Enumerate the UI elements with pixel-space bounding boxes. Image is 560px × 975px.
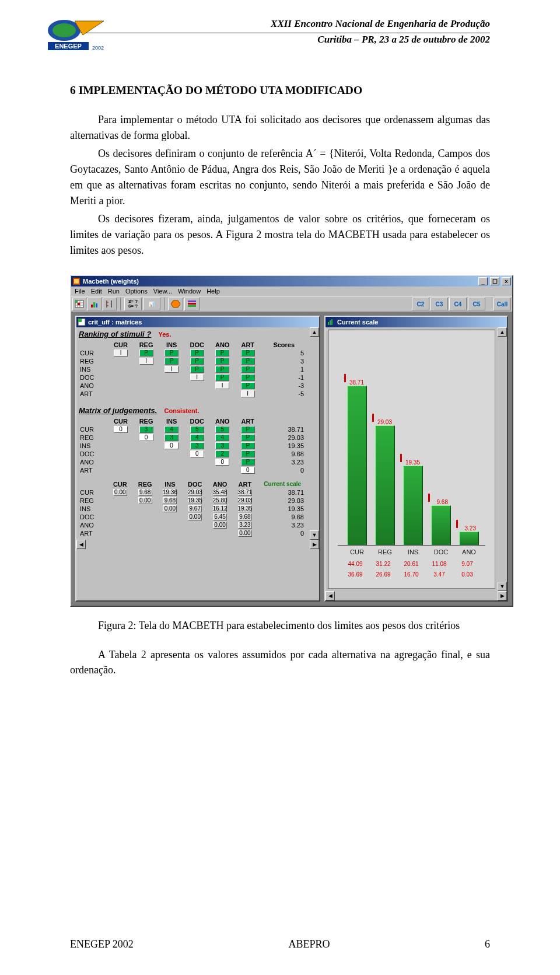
chart-bar-label: 38.71	[349, 379, 364, 386]
scroll-down-icon[interactable]: ▼	[310, 530, 319, 540]
toolbar-scale-icon[interactable]	[103, 298, 117, 310]
toolbar-hints-icon[interactable]: 📊	[143, 298, 160, 310]
scale-window: Current scale 38.71CUR29.03REG19.35INS9.…	[324, 316, 508, 602]
svg-rect-15	[93, 302, 95, 307]
svg-text:2002: 2002	[92, 45, 104, 51]
maximize-button[interactable]: ☐	[490, 277, 499, 285]
child-icon	[78, 318, 86, 326]
svg-rect-29	[331, 319, 332, 325]
chart-bar: 9.68	[431, 505, 451, 545]
child-icon-2	[327, 318, 335, 326]
chart-upper-values: 44.0931.2220.6111.089.07	[341, 561, 491, 567]
dim-c3-button[interactable]: C3	[430, 298, 448, 310]
chart-x-label: CUR	[345, 548, 369, 555]
consistent-label: Consistent.	[164, 407, 200, 414]
menubar: File Edit Run Options View... Window Hel…	[71, 286, 512, 296]
svg-rect-16	[96, 303, 97, 307]
chart-bar-label: 3.23	[465, 525, 476, 532]
chart-bar: 29.03	[375, 425, 395, 545]
matrices-scrollbar-v[interactable]: ▲ ▼	[310, 327, 319, 540]
macbeth-window: Macbeth (weights) _ ☐ × File Edit Run Op…	[70, 275, 513, 607]
scale-scrollbar-h[interactable]: ◀ ▶	[326, 591, 507, 600]
ranking-label: Ranking of stimuli ?	[79, 330, 151, 338]
menu-options[interactable]: Options	[125, 288, 148, 295]
chart-bar-label: 19.35	[405, 459, 420, 466]
dim-c4-button[interactable]: C4	[449, 298, 467, 310]
matrices-titlebar[interactable]: crit_uff : matrices	[76, 317, 319, 327]
header-line-1: XXII Encontro Nacional de Engenharia de …	[70, 18, 490, 30]
svg-rect-24	[188, 305, 196, 307]
menu-edit[interactable]: Edit	[91, 288, 102, 295]
svg-rect-13	[78, 303, 80, 305]
chart-bar-label: 9.68	[437, 499, 448, 505]
menu-window[interactable]: Window	[178, 288, 201, 295]
toolbar-chart-icon[interactable]	[88, 298, 102, 310]
chart-x-label: REG	[373, 548, 397, 555]
chart-lower-values: 36.6926.6916.703.470.03	[341, 571, 491, 578]
matrices-window: crit_uff : matrices Ranking of stimuli ?…	[75, 316, 320, 602]
scale-title: Current scale	[337, 319, 506, 326]
svg-rect-23	[188, 303, 196, 305]
toolbar-categories-icon[interactable]	[184, 298, 200, 310]
scroll-up-icon[interactable]: ▲	[310, 327, 319, 337]
matrices-scrollbar-h[interactable]: ◀ ▶	[76, 540, 319, 549]
toolbar-matrix-icon[interactable]	[72, 298, 86, 310]
app-icon	[72, 277, 80, 285]
dim-call-button[interactable]: Call	[494, 298, 511, 310]
ranking-answer: Yes.	[158, 331, 171, 338]
paragraph-2: Os decisores definiram o conjunto de ref…	[70, 146, 490, 209]
footer-center: ABEPRO	[288, 938, 330, 950]
menu-run[interactable]: Run	[108, 288, 120, 295]
cumulative-matrix: CUR REG INS DOC ANO ART Current scale CU…	[79, 480, 307, 537]
svg-rect-14	[91, 305, 93, 307]
matrix-label: Matrix of judgements.	[79, 406, 157, 415]
dim-c2-button[interactable]: C2	[412, 298, 429, 310]
menu-help[interactable]: Help	[206, 288, 220, 295]
scale-scroll-up-icon[interactable]: ▲	[498, 327, 507, 337]
menu-view[interactable]: View...	[153, 288, 172, 295]
scale-scroll-right-icon[interactable]: ▶	[498, 591, 507, 600]
svg-rect-12	[75, 300, 78, 303]
header-line-2: Curitiba – PR, 23 a 25 de outubro de 200…	[70, 33, 490, 46]
toolbar-hex-icon[interactable]	[168, 298, 183, 310]
window-title: Macbeth (weights)	[83, 278, 476, 285]
scroll-right-icon[interactable]: ▶	[310, 540, 319, 549]
svg-text:ENEGEP: ENEGEP	[55, 43, 82, 50]
scroll-left-icon[interactable]: ◀	[76, 540, 86, 549]
matrices-title: crit_uff : matrices	[88, 319, 318, 326]
close-button[interactable]: ×	[502, 277, 511, 285]
chart-bar: 19.35	[403, 466, 423, 545]
section-heading: 6 IMPLEMENTAÇÃO DO MÉTODO UTA MODIFICADO	[70, 84, 490, 97]
judgement-matrix: CUR REG INS DOC ANO ART CUR03455P38.71 R…	[79, 417, 307, 474]
upper-bound-tick	[344, 374, 346, 382]
scale-titlebar[interactable]: Current scale	[326, 317, 507, 327]
dim-c5-button[interactable]: C5	[468, 298, 485, 310]
figure-caption: Figura 2: Tela do MACBETH para estabelec…	[70, 620, 490, 632]
svg-rect-28	[330, 320, 331, 325]
paragraph-1: Para implementar o método UTA foi solici…	[70, 112, 490, 144]
page-footer: ENEGEP 2002 ABEPRO 6	[70, 938, 490, 950]
scale-chart: 38.71CUR29.03REG19.35INS9.68DOC3.23ANO44…	[328, 330, 495, 589]
scale-scrollbar-v[interactable]: ▲ ▼	[498, 327, 507, 591]
chart-axis	[338, 545, 485, 546]
enegep-logo: ENEGEP 2002	[47, 18, 105, 53]
toolbar: 3= ?6= ? 📊 C2 C3 C4 C5 Call	[71, 296, 512, 312]
page-header: ENEGEP 2002 XXII Encontro Nacional de En…	[70, 18, 490, 63]
svg-point-1	[52, 23, 76, 37]
svg-rect-27	[328, 322, 329, 325]
workspace: crit_uff : matrices Ranking of stimuli ?…	[71, 312, 512, 606]
scale-scroll-left-icon[interactable]: ◀	[326, 591, 335, 600]
svg-marker-21	[171, 300, 180, 307]
chart-x-label: DOC	[429, 548, 453, 555]
scale-scroll-down-icon[interactable]: ▼	[498, 582, 507, 591]
chart-x-label: ANO	[457, 548, 481, 555]
upper-bound-tick	[400, 454, 402, 462]
chart-bar-label: 29.03	[377, 419, 392, 425]
window-titlebar[interactable]: Macbeth (weights) _ ☐ ×	[71, 276, 512, 286]
paragraph-3: Os decisores fizeram, ainda, julgamentos…	[70, 211, 490, 258]
minimize-button[interactable]: _	[478, 277, 488, 285]
menu-file[interactable]: File	[75, 288, 85, 295]
footer-left: ENEGEP 2002	[70, 938, 134, 950]
svg-rect-6	[74, 279, 79, 284]
toolbar-cats-icon[interactable]: 3= ?6= ?	[124, 298, 142, 310]
